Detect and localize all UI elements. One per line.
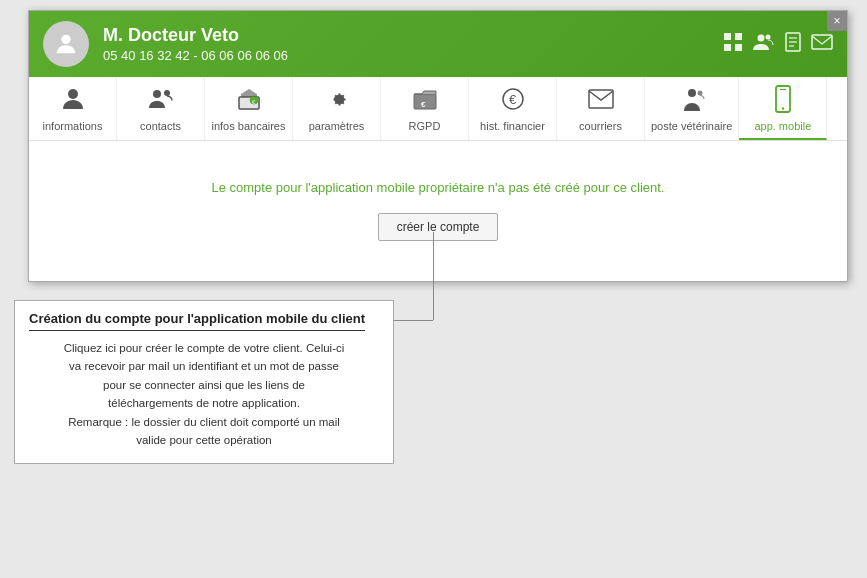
dialog-window: M. Docteur Veto 05 40 16 32 42 - 06 06 0… <box>28 10 848 282</box>
tooltip-box: Création du compte pour l'application mo… <box>14 300 394 464</box>
users-icon[interactable] <box>753 33 775 56</box>
tab-hist-financier-label: hist. financier <box>480 120 545 132</box>
svg-text:€: € <box>421 100 426 109</box>
svg-point-27 <box>782 107 784 109</box>
tab-informations[interactable]: informations <box>29 77 117 140</box>
svg-point-12 <box>68 89 78 99</box>
dialog-header: M. Docteur Veto 05 40 16 32 42 - 06 06 0… <box>29 11 847 77</box>
svg-rect-11 <box>812 35 832 49</box>
svg-rect-4 <box>735 44 742 51</box>
close-button[interactable]: × <box>827 11 847 31</box>
svg-rect-23 <box>589 90 613 108</box>
svg-text:€: € <box>509 92 517 107</box>
gear-tab-icon <box>323 85 351 117</box>
tab-rgpd[interactable]: € RGPD <box>381 77 469 140</box>
tab-contacts-label: contacts <box>140 120 181 132</box>
header-icons <box>723 32 833 57</box>
tab-app-mobile-label: app. mobile <box>754 120 811 132</box>
folder-tab-icon: € <box>411 85 439 117</box>
avatar <box>43 21 89 67</box>
tooltip-connector-vertical <box>433 232 434 320</box>
svg-point-0 <box>61 35 70 44</box>
tab-parametres-label: paramètres <box>309 120 365 132</box>
vet-tab-icon <box>678 85 706 117</box>
tab-poste-veterinaire[interactable]: poste vétérinaire <box>645 77 739 140</box>
tooltip-title: Création du compte pour l'application mo… <box>29 311 365 331</box>
svg-point-6 <box>766 34 771 39</box>
tab-infos-bancaires[interactable]: € infos bancaires <box>205 77 293 140</box>
svg-point-5 <box>758 34 765 41</box>
document-icon[interactable] <box>785 32 801 57</box>
svg-point-24 <box>688 89 696 97</box>
mail-icon[interactable] <box>811 34 833 55</box>
tooltip-body: Cliquez ici pour créer le compte de votr… <box>29 339 379 449</box>
tabs-navigation: informations contacts € <box>29 77 847 141</box>
info-message: Le compte pour l'application mobile prop… <box>211 180 664 195</box>
tab-courriers[interactable]: courriers <box>557 77 645 140</box>
tab-rgpd-label: RGPD <box>409 120 441 132</box>
svg-rect-2 <box>735 33 742 40</box>
contacts-tab-icon <box>147 85 175 117</box>
tab-infos-bancaires-label: infos bancaires <box>212 120 286 132</box>
grid-icon[interactable] <box>723 32 743 57</box>
client-phone: 05 40 16 32 42 - 06 06 06 06 06 <box>103 48 723 63</box>
tab-content: Le compte pour l'application mobile prop… <box>29 141 847 281</box>
svg-point-14 <box>164 90 170 96</box>
header-info: M. Docteur Veto 05 40 16 32 42 - 06 06 0… <box>103 25 723 63</box>
svg-point-25 <box>697 91 702 96</box>
tab-contacts[interactable]: contacts <box>117 77 205 140</box>
euro-tab-icon: € <box>499 85 527 117</box>
bank-tab-icon: € <box>235 85 263 117</box>
tab-courriers-label: courriers <box>579 120 622 132</box>
mobile-tab-icon <box>769 85 797 117</box>
client-name: M. Docteur Veto <box>103 25 723 46</box>
user-tab-icon <box>59 85 87 117</box>
tab-hist-financier[interactable]: € hist. financier <box>469 77 557 140</box>
tab-poste-veterinaire-label: poste vétérinaire <box>651 120 732 132</box>
tab-app-mobile[interactable]: app. mobile <box>739 77 827 140</box>
svg-rect-3 <box>724 44 731 51</box>
tab-parametres[interactable]: paramètres <box>293 77 381 140</box>
tab-informations-label: informations <box>43 120 103 132</box>
mail-tab-icon <box>587 85 615 117</box>
create-account-button[interactable]: créer le compte <box>378 213 499 241</box>
svg-rect-1 <box>724 33 731 40</box>
svg-point-13 <box>153 90 161 98</box>
